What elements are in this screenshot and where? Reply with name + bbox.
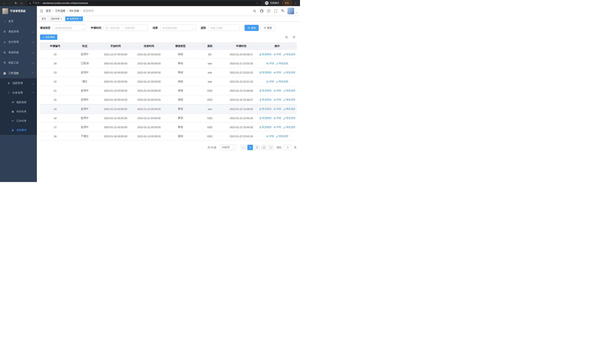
leave-type-select[interactable]: 请选择请假类型 — [53, 25, 86, 31]
op-label: 取消请假 — [262, 89, 272, 92]
cell-reason: eee — [195, 59, 225, 68]
approval-progress-link[interactable]: 审批进度 — [283, 53, 295, 56]
bookmark-star-icon[interactable]: ☆ — [256, 2, 259, 5]
cell-type: 事假 — [166, 104, 195, 113]
page-button-2[interactable]: 2 — [254, 145, 260, 150]
search-button[interactable]: 搜索 — [244, 25, 259, 31]
goto-page-input[interactable] — [283, 145, 292, 150]
reason-input[interactable] — [208, 25, 240, 31]
detail-link[interactable]: 详情 — [266, 62, 274, 65]
sidebar-item-home[interactable]: ◔首页 — [0, 16, 37, 27]
detail-link[interactable]: 详情 — [266, 135, 274, 138]
browser-update-button[interactable]: 更新 — [282, 0, 292, 6]
approval-progress-link[interactable]: 审批进度 — [276, 62, 288, 65]
workflow-icon: ▦ — [3, 72, 6, 75]
font-size-icon[interactable]: TT — [280, 9, 285, 13]
approval-progress-link[interactable]: 审批进度 — [283, 126, 295, 129]
detail-link[interactable]: 详情 — [273, 107, 281, 111]
close-icon[interactable]: × — [80, 18, 81, 20]
page-button-1[interactable]: 1 — [247, 145, 253, 150]
cell-start: 2021-12-27 00:00:00 — [99, 50, 132, 59]
cancel-leave-link[interactable]: 取消请假 — [259, 98, 272, 101]
detail-link[interactable]: 详情 — [273, 126, 281, 129]
sidebar-item-done-task[interactable]: ✂已办任务 — [0, 116, 37, 125]
search-icon[interactable] — [252, 9, 257, 13]
sidebar-item-leave-query[interactable]: ♟请假查询 — [0, 125, 37, 135]
app-logo-image — [2, 8, 8, 14]
sidebar-item-todo-task[interactable]: ◉待办任务 — [0, 107, 37, 116]
detail-link[interactable]: 详情 — [273, 53, 281, 56]
sidebar-item-task-mgmt[interactable]: ⚐任务管理 — [0, 88, 37, 98]
result-select[interactable]: 请选择流结果 — [160, 25, 196, 31]
sidebar-item-process-mgmt[interactable]: ≣流程管理 — [0, 78, 37, 88]
breadcrumb-item[interactable]: 首页 — [46, 9, 51, 13]
close-icon[interactable]: × — [61, 18, 62, 20]
github-icon[interactable] — [259, 9, 264, 13]
cell-type: 病假 — [166, 95, 195, 104]
search-toggle-icon[interactable] — [285, 36, 288, 38]
cell-operations: 取消请假详情审批进度 — [258, 104, 297, 113]
fullscreen-icon[interactable] — [273, 9, 278, 13]
sidebar-item-pay[interactable]: ¥支付管理 — [0, 37, 37, 47]
approval-progress-link[interactable]: 审批进度 — [276, 135, 288, 138]
chevron-down-icon[interactable] — [296, 11, 297, 14]
browser-back-icon[interactable]: ← — [2, 0, 7, 6]
cancel-leave-link[interactable]: 取消请假 — [259, 107, 272, 111]
breadcrumb-item[interactable]: OA 示例 — [69, 9, 79, 13]
approval-progress-link[interactable]: 审批进度 — [276, 80, 288, 83]
sidebar-collapse-icon[interactable] — [40, 10, 43, 12]
next-page-button[interactable] — [268, 145, 273, 150]
sidebar-item-devtools[interactable]: ⚒研发工具 — [0, 58, 37, 68]
approval-progress-link[interactable]: 审批进度 — [283, 107, 295, 111]
sidebar-item-label: 基础设施 — [8, 51, 30, 54]
tab-leave-query[interactable]: 请假查询× — [65, 17, 83, 21]
browser-forward-icon[interactable]: → — [8, 0, 13, 6]
apply-time-range-picker[interactable]: 开始日期 - 结束日期 — [103, 25, 148, 31]
approval-progress-link[interactable]: 审批进度 — [283, 71, 295, 74]
breadcrumb-item[interactable]: 工作流程 — [55, 9, 66, 13]
cell-type: 事假 — [166, 68, 195, 77]
reset-button[interactable]: 重置 — [261, 25, 275, 31]
sidebar-item-infra[interactable]: ⊞基础设施 — [0, 47, 37, 58]
cancel-leave-link[interactable]: 取消请假 — [259, 71, 272, 74]
cancel-leave-link[interactable]: 取消请假 — [259, 89, 272, 92]
sidebar-item-workflow[interactable]: ▦工作流程 — [0, 68, 37, 78]
tab-process-detail[interactable]: 流程详情× — [49, 17, 64, 21]
eye-icon — [266, 80, 269, 83]
detail-link[interactable]: 详情 — [273, 117, 281, 120]
cancel-leave-link[interactable]: 取消请假 — [259, 117, 272, 120]
browser-reload-icon[interactable]: ↻ — [13, 0, 18, 6]
edit-icon — [276, 135, 278, 138]
page-button-3[interactable]: 3 — [261, 145, 267, 150]
approval-progress-link[interactable]: 审批进度 — [283, 117, 295, 120]
avatar[interactable] — [287, 8, 294, 14]
help-icon[interactable]: ? — [266, 9, 271, 13]
browser-home-icon[interactable]: ⌂ — [19, 0, 24, 6]
sidebar-item-label: 我的流程 — [17, 101, 34, 104]
sidebar-item-system[interactable]: ⚙系统管理 — [0, 27, 37, 37]
task-icon: ⚐ — [7, 91, 10, 94]
detail-link[interactable]: 详情 — [273, 98, 281, 101]
table-row: 16不通过2022-01-04 00:00:002022-01-13 00:00… — [40, 132, 297, 141]
refresh-icon[interactable] — [293, 36, 295, 38]
app-logo[interactable]: 芋道管理系统 — [0, 6, 37, 16]
tab-home[interactable]: 首页 — [40, 17, 48, 21]
detail-link[interactable]: 详情 — [266, 80, 274, 83]
browser-menu-icon[interactable]: ⋮ — [293, 0, 298, 6]
page-size-select[interactable]: 10条/页 — [220, 145, 236, 150]
page-size-value: 10条/页 — [222, 146, 230, 149]
create-leave-button[interactable]: + 发起请假 — [40, 35, 57, 40]
cell-operations: 取消请假详情审批进度 — [258, 123, 297, 131]
cancel-leave-link[interactable]: 取消请假 — [259, 53, 272, 56]
detail-link[interactable]: 详情 — [273, 89, 281, 92]
cell-reason: EEE — [195, 86, 225, 95]
browser-address-bar[interactable]: ▲ 不安全 dashboard.yudao.iocoder.cn/bpm/oa/… — [27, 1, 261, 5]
tab-label: 首页 — [41, 17, 46, 20]
cell-end: 2022-01-26 00:00:00 — [132, 59, 166, 68]
approval-progress-link[interactable]: 审批进度 — [283, 89, 295, 92]
detail-link[interactable]: 详情 — [273, 71, 281, 74]
approval-progress-link[interactable]: 审批进度 — [283, 98, 295, 101]
cancel-leave-link[interactable]: 取消请假 — [259, 126, 272, 129]
sidebar-item-my-process[interactable]: ✉我的流程 — [0, 98, 37, 107]
prev-page-button[interactable] — [241, 145, 246, 150]
